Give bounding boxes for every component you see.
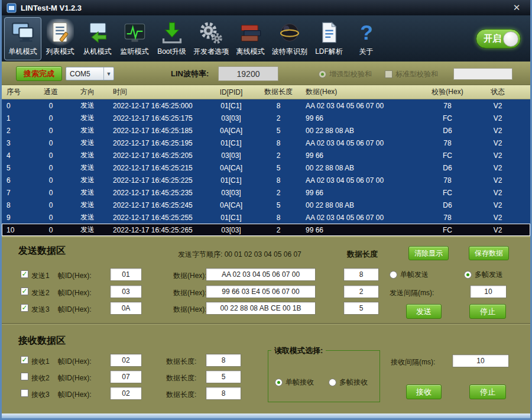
toolbar-item-about[interactable]: ? 关于 xyxy=(348,17,385,60)
col-header[interactable]: 校验(Hex) xyxy=(421,87,474,97)
send2-id-input[interactable] xyxy=(110,285,142,298)
receive1-length-input[interactable] xyxy=(206,354,241,367)
toolbar-item-offline-mode[interactable]: 离线模式 xyxy=(232,17,269,60)
table-row[interactable]: 8 0 发送 2022-12-17 16:45:25:245 0A[CA] 5 … xyxy=(2,199,530,211)
send2-data-input[interactable] xyxy=(206,285,316,298)
control-bar: 搜索完成 COM5 ▼ LIN波特率: 增强型校验和 标准型校验和 xyxy=(2,62,530,85)
send2-checkbox[interactable] xyxy=(21,287,28,295)
receive2-checkbox[interactable] xyxy=(21,373,28,380)
sphere-icon xyxy=(276,19,303,46)
cell-channel: 0 xyxy=(33,201,69,209)
receive2-length-input[interactable] xyxy=(206,370,241,383)
table-row[interactable]: 5 0 发送 2022-12-17 16:45:25:215 0A[CA] 5 … xyxy=(2,161,530,174)
toolbar-item-developer-options[interactable]: 开发者选项 xyxy=(190,17,232,60)
col-header[interactable]: 序号 xyxy=(2,87,33,97)
cell-status: V2 xyxy=(474,189,521,197)
table-row[interactable]: 4 0 发送 2022-12-17 16:45:25:205 03[03] 2 … xyxy=(2,149,530,161)
send1-checkbox[interactable] xyxy=(21,270,28,278)
standard-checksum-option[interactable]: 标准型校验和 xyxy=(385,69,438,79)
single-frame-receive-option[interactable]: 单帧接收 xyxy=(275,377,314,387)
table-row[interactable]: 6 0 发送 2022-12-17 16:45:25:225 01[C1] 8 … xyxy=(2,174,530,186)
send-button[interactable]: 发送 xyxy=(406,304,442,319)
col-header[interactable]: 方向 xyxy=(69,87,106,97)
col-header[interactable]: 时间 xyxy=(106,87,205,97)
baud-rate-input[interactable] xyxy=(218,66,278,81)
table-row[interactable]: 7 0 发送 2022-12-17 16:45:25:235 03[03] 2 … xyxy=(2,186,530,199)
multi-frame-send-radio[interactable] xyxy=(464,271,472,279)
receive-button[interactable]: 接收 xyxy=(406,385,442,399)
toolbar-item-ldf-parse[interactable]: LDF解析 xyxy=(310,17,348,60)
baud-rate-label: LIN波特率: xyxy=(171,69,209,79)
save-data-button[interactable]: 保存数据 xyxy=(469,246,509,260)
frame-id-label: 帧ID(Hex): xyxy=(58,373,92,383)
receive1-id-input[interactable] xyxy=(110,354,142,367)
cell-status: V2 xyxy=(474,151,521,160)
cell-id: 03[03] xyxy=(205,151,257,160)
col-header[interactable]: 数据(Hex) xyxy=(300,87,421,97)
cell-channel: 0 xyxy=(33,226,69,234)
receive3-id-input[interactable] xyxy=(110,387,142,400)
send1-length-input[interactable] xyxy=(343,268,379,281)
titlebar: LINTest-M V1.2.3 ✕ xyxy=(2,0,530,15)
toolbar-item-standalone-mode[interactable]: 单机模式 xyxy=(4,17,41,60)
col-header[interactable]: ID[PID] xyxy=(205,88,257,96)
col-header[interactable]: 数据长度 xyxy=(257,87,300,97)
com-port-select[interactable]: COM5 ▼ xyxy=(66,67,114,80)
receive3-checkbox[interactable] xyxy=(21,389,28,397)
table-row[interactable]: 10 0 发送 2022-12-17 16:45:25:265 03[03] 2… xyxy=(2,224,530,236)
enhanced-checksum-option[interactable]: 增强型校验和 xyxy=(319,69,372,79)
receive3-length-input[interactable] xyxy=(206,387,241,400)
receive2-id-input[interactable] xyxy=(110,370,142,383)
table-row[interactable]: 0 0 发送 2022-12-17 16:45:25:000 01[C1] 8 … xyxy=(2,99,530,112)
read-mode-label: 读取模式选择: xyxy=(271,345,326,356)
search-done-button[interactable]: 搜索完成 xyxy=(16,66,62,81)
power-toggle-button[interactable]: 开启 xyxy=(476,29,521,49)
receive-length-label: 数据长度: xyxy=(166,390,196,400)
receive-stop-button[interactable]: 停止 xyxy=(469,385,506,399)
toolbar-item-slave-mode[interactable]: 从机模式 xyxy=(79,17,116,60)
standard-checksum-checkbox[interactable] xyxy=(385,70,392,78)
table-row[interactable]: 1 0 发送 2022-12-17 16:45:25:175 03[03] 2 … xyxy=(2,112,530,124)
close-button[interactable]: ✕ xyxy=(508,2,525,13)
single-frame-send-option[interactable]: 单帧发送 xyxy=(390,270,429,280)
send-interval-input[interactable] xyxy=(470,285,507,298)
toolbar-item-list-mode[interactable]: 列表模式 xyxy=(41,17,79,60)
send3-id-input[interactable] xyxy=(110,302,142,315)
col-header[interactable]: 通道 xyxy=(33,87,69,97)
multi-frame-send-option[interactable]: 多帧发送 xyxy=(464,270,503,280)
toolbar-item-label: 关于 xyxy=(359,47,374,57)
clear-display-button[interactable]: 清除显示 xyxy=(408,246,449,260)
cell-index: 6 xyxy=(2,176,33,185)
aux-input[interactable] xyxy=(453,68,512,80)
enhanced-checksum-radio[interactable] xyxy=(319,70,326,78)
table-row[interactable]: 3 0 发送 2022-12-17 16:45:25:195 01[C1] 8 … xyxy=(2,137,530,149)
toolbar-item-label: LDF解析 xyxy=(315,47,343,57)
app-icon xyxy=(7,3,17,13)
multi-frame-receive-radio[interactable] xyxy=(329,379,336,386)
receive1-checkbox[interactable] xyxy=(21,356,28,364)
toolbar-item-boot-upgrade[interactable]: Boot升级 xyxy=(153,17,190,60)
table-row[interactable]: 2 0 发送 2022-12-17 16:45:25:185 0A[CA] 5 … xyxy=(2,124,530,137)
list-icon xyxy=(47,19,74,46)
multi-frame-receive-option[interactable]: 多帧接收 xyxy=(329,377,368,387)
send3-data-input[interactable] xyxy=(206,302,316,315)
send-stop-button[interactable]: 停止 xyxy=(469,304,506,319)
cell-length: 2 xyxy=(257,189,300,197)
gears-icon xyxy=(197,19,225,46)
send1-data-input[interactable] xyxy=(206,268,316,281)
single-frame-send-radio[interactable] xyxy=(390,271,397,279)
toolbar-item-listen-mode[interactable]: 监听模式 xyxy=(116,17,153,60)
col-header[interactable]: 状态 xyxy=(474,87,521,97)
send2-length-input[interactable] xyxy=(343,285,379,298)
send3-length-input[interactable] xyxy=(343,302,379,315)
toolbar-item-baud-detect[interactable]: 波特率识别 xyxy=(269,17,310,60)
cell-direction: 发送 xyxy=(69,150,106,160)
window-bottom-strip xyxy=(2,413,530,418)
receive-interval-input[interactable] xyxy=(452,354,509,367)
single-frame-receive-radio[interactable] xyxy=(275,379,283,386)
send3-checkbox[interactable] xyxy=(21,304,28,312)
table-header: 序号 通道 方向 时间 ID[PID] 数据长度 数据(Hex) 校验(Hex)… xyxy=(2,85,530,99)
send-panel: 发送数据区 发送字节顺序: 00 01 02 03 04 05 06 07 数据… xyxy=(2,236,530,323)
table-row[interactable]: 9 0 发送 2022-12-17 16:45:25:255 01[C1] 8 … xyxy=(2,211,530,224)
send1-id-input[interactable] xyxy=(110,268,142,281)
